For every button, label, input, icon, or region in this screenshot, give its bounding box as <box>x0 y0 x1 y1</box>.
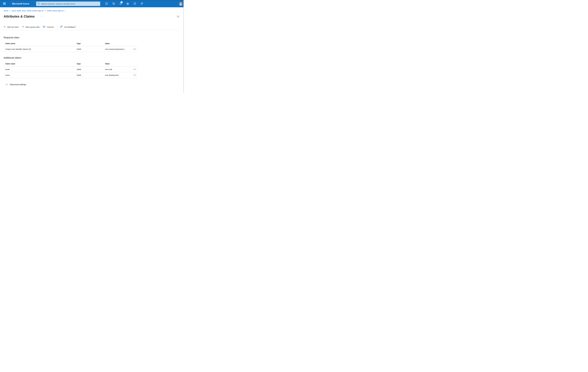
gear-icon: ⚙ <box>126 2 129 5</box>
column-header-claim-name: Claim name <box>5 43 77 44</box>
columns-label: Columns <box>47 26 54 28</box>
table-header-row: Claim name Type Value <box>3 41 138 46</box>
directory-filter-button[interactable] <box>112 0 116 7</box>
table-row[interactable]: name SAML user.displayname <box>3 72 138 78</box>
chevron-down-icon <box>6 83 8 86</box>
row-context-menu-button[interactable] <box>133 68 138 70</box>
brand-title[interactable]: Microsoft Azure <box>12 0 29 7</box>
close-icon <box>177 15 179 18</box>
ellipsis-icon <box>41 16 41 17</box>
breadcrumb-app-link[interactable]: Azure SAML SSO | SAML-based Sign-on <box>11 10 44 12</box>
settings-button[interactable]: ⚙ <box>126 0 130 7</box>
row-context-menu-button[interactable] <box>133 48 138 50</box>
close-blade-button[interactable] <box>177 15 179 18</box>
page-title: Attributes & Claims <box>4 15 35 18</box>
column-header-value: Value <box>105 63 133 65</box>
column-header-value: Value <box>105 43 133 44</box>
global-search[interactable] <box>36 1 100 6</box>
hamburger-icon <box>3 3 6 5</box>
row-context-menu-button[interactable] <box>133 74 138 76</box>
plus-icon <box>22 26 24 28</box>
feedback-person-icon <box>60 25 63 29</box>
cloud-shell-button[interactable] <box>105 0 108 7</box>
portal-menu-button[interactable] <box>3 0 6 7</box>
columns-button[interactable]: Columns <box>43 26 54 28</box>
add-new-claim-label: Add new claim <box>7 26 19 28</box>
add-new-claim-button[interactable]: Add new claim <box>4 26 19 28</box>
ellipsis-icon <box>133 49 134 49</box>
claim-value-cell: user.displayname <box>105 74 133 76</box>
help-button[interactable]: ? <box>133 0 137 7</box>
breadcrumb-sso-link[interactable]: SAML-based Sign-on <box>47 10 64 12</box>
advanced-settings-expander[interactable]: Advanced settings <box>6 83 26 86</box>
additional-claims-heading: Additional claims <box>4 56 184 59</box>
search-input[interactable] <box>41 3 99 5</box>
advanced-settings-label: Advanced settings <box>10 83 26 86</box>
notifications-button[interactable]: 6 <box>119 0 123 7</box>
got-feedback-label: Got feedback? <box>64 26 76 28</box>
breadcrumb-home-link[interactable]: Home <box>4 10 8 12</box>
search-icon <box>38 2 40 5</box>
feedback-button[interactable] <box>140 0 144 7</box>
column-header-claim-name: Claim name <box>5 63 77 65</box>
table-row[interactable]: Unique User Identifier (Name ID) SAML us… <box>3 46 138 52</box>
top-nav-bar: Microsoft Azure 6 ⚙ ? <box>0 0 184 7</box>
plus-icon <box>4 26 6 28</box>
claim-type-cell: SAML <box>77 48 105 50</box>
table-header-row: Claim name Type Value <box>3 61 138 66</box>
breadcrumb-separator: > <box>10 10 10 12</box>
got-feedback-button[interactable]: Got feedback? <box>60 25 76 29</box>
feedback-icon <box>140 2 143 6</box>
column-header-type: Type <box>77 63 105 65</box>
account-avatar[interactable] <box>179 2 183 6</box>
claim-value-cell: user.mail <box>105 68 133 70</box>
claim-name-cell[interactable]: name <box>5 74 77 76</box>
add-group-claim-label: Add a group claim <box>26 26 40 28</box>
claim-value-cell: user.userprincipalname [... <box>105 48 133 50</box>
claim-name-cell[interactable]: Unique User Identifier (Name ID) <box>5 48 77 50</box>
ellipsis-icon <box>133 75 134 75</box>
claim-type-cell: SAML <box>77 68 105 70</box>
breadcrumb-separator: > <box>45 10 46 12</box>
topbar-icon-group: 6 ⚙ ? <box>105 0 144 7</box>
columns-icon <box>43 26 45 28</box>
required-claim-heading: Required claim <box>4 36 184 39</box>
directory-filter-icon <box>112 2 115 5</box>
breadcrumb: Home>Azure SAML SSO | SAML-based Sign-on… <box>4 10 184 12</box>
required-claim-table: Claim name Type Value Unique User Identi… <box>3 41 138 52</box>
page-header: Attributes & Claims <box>4 14 184 19</box>
table-row[interactable]: email SAML user.mail <box>3 66 138 72</box>
avatar-icon <box>179 4 183 6</box>
column-header-type: Type <box>77 43 105 44</box>
additional-claims-table: Claim name Type Value email SAML user.ma… <box>3 61 138 78</box>
toolbar-divider <box>57 25 57 29</box>
page-context-menu-button[interactable] <box>40 16 43 17</box>
breadcrumb-separator: > <box>65 10 66 12</box>
command-bar: Add new claim Add a group claim Columns … <box>4 25 184 29</box>
claim-type-cell: SAML <box>77 74 105 76</box>
claim-name-cell[interactable]: email <box>5 68 77 70</box>
ellipsis-icon <box>133 69 134 70</box>
cloud-shell-icon <box>105 2 108 5</box>
help-icon: ? <box>133 2 136 5</box>
scrollbar[interactable] <box>183 0 184 93</box>
svg-text:?: ? <box>134 3 135 4</box>
notification-badge: 6 <box>121 1 123 3</box>
add-group-claim-button[interactable]: Add a group claim <box>22 26 40 28</box>
